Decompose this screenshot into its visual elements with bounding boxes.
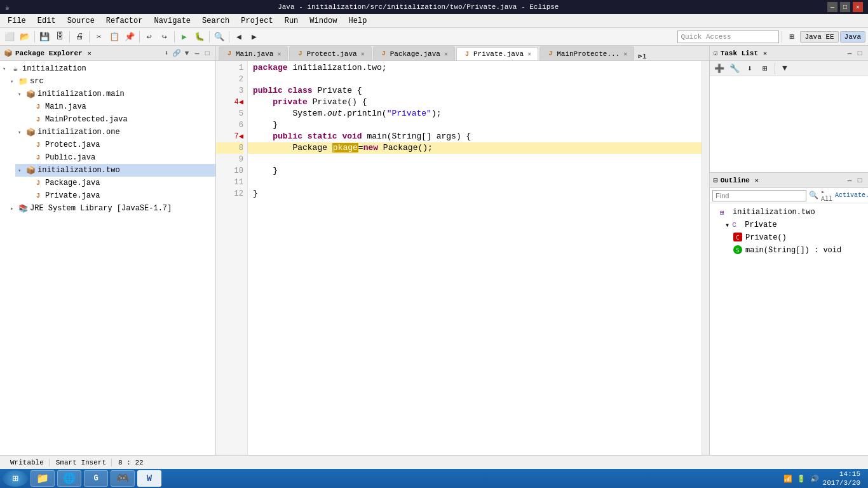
link-editor-icon[interactable]: 🔗 xyxy=(172,49,181,58)
tree-init-one[interactable]: ▾ 📦 initialization.one xyxy=(15,126,215,139)
menu-refactor[interactable]: Refactor xyxy=(101,15,148,27)
project-icon: ☕ xyxy=(10,64,20,74)
menu-search[interactable]: Search xyxy=(197,15,234,27)
outline-find-icon[interactable]: 🔍 xyxy=(809,191,818,200)
close-button[interactable]: ✕ xyxy=(853,2,863,12)
window-title: Java - initialization/src/initialization… xyxy=(10,3,827,11)
taskbar-explorer[interactable]: 📁 xyxy=(31,470,55,487)
tab-package-java[interactable]: J Package.java ✕ xyxy=(373,46,455,60)
tree-public-java[interactable]: J Public.java xyxy=(23,151,215,164)
outline-constructor-icon: C xyxy=(733,232,743,244)
separator-5 xyxy=(174,31,175,43)
task-list-close-icon[interactable]: ✕ xyxy=(763,50,767,57)
tree-jre-library[interactable]: ▸ 📚 JRE System Library [JavaSE-1.7] xyxy=(8,202,215,215)
tab-mainprotected-java[interactable]: J MainProtecte... ✕ xyxy=(539,46,634,60)
tab-close-icon[interactable]: ✕ xyxy=(527,50,531,58)
menu-file[interactable]: File xyxy=(3,15,31,27)
maximize-button[interactable]: □ xyxy=(840,2,850,12)
outline-icon: ⊟ xyxy=(714,176,718,184)
minimize-button[interactable]: — xyxy=(827,2,837,12)
view-menu-icon[interactable]: ▼ xyxy=(182,49,191,58)
tab-protect-java[interactable]: J Protect.java ✕ xyxy=(289,46,371,60)
outline-close-icon[interactable]: ✕ xyxy=(755,177,759,184)
taskbar-word[interactable]: W xyxy=(137,470,161,487)
outline-class[interactable]: ▾ C Private xyxy=(720,219,868,231)
java-ee-perspective[interactable]: Java EE xyxy=(800,31,838,43)
tree-package-java[interactable]: J Package.java xyxy=(23,177,215,189)
task-collapse-icon[interactable]: ▼ xyxy=(778,62,792,76)
taskbar-app-4[interactable]: 🎮 xyxy=(111,470,135,487)
tree-mainprotected-java[interactable]: J MainProtected.java xyxy=(23,113,215,126)
start-button[interactable]: ⊞ xyxy=(3,470,28,487)
task-filter-icon[interactable]: 🔧 xyxy=(728,62,742,76)
run-button[interactable]: ▶ xyxy=(177,30,191,44)
menu-run[interactable]: Run xyxy=(280,15,304,27)
task-sort-icon[interactable]: ⬇ xyxy=(743,62,757,76)
taskbar-app-3[interactable]: G xyxy=(84,470,108,487)
menu-window[interactable]: Window xyxy=(304,15,342,27)
tab-main-java[interactable]: J Main.java ✕ xyxy=(219,46,288,60)
maximize-tasklist-icon[interactable]: □ xyxy=(855,49,864,58)
save-all-button[interactable]: 🗄 xyxy=(53,30,67,44)
outline-filter-all[interactable]: ▸ All xyxy=(821,188,832,203)
tree-main-java[interactable]: J Main.java xyxy=(23,100,215,113)
menu-edit[interactable]: Edit xyxy=(32,15,61,27)
tree-init-two[interactable]: ▾ 📦 initialization.two xyxy=(15,164,215,177)
prev-button[interactable]: ◀ xyxy=(232,30,246,44)
separator-3 xyxy=(89,31,90,43)
new-button[interactable]: ⬜ xyxy=(3,30,17,44)
tab-close-icon[interactable]: ✕ xyxy=(277,50,281,58)
refactor-button[interactable]: ✂ xyxy=(92,30,106,44)
editor-area: J Main.java ✕ J Protect.java ✕ J Package… xyxy=(216,46,709,455)
undo-button[interactable]: ↩ xyxy=(142,30,156,44)
debug-button[interactable]: 🐛 xyxy=(193,30,207,44)
new-task-icon[interactable]: ➕ xyxy=(712,62,726,76)
close-panel-icon[interactable]: ✕ xyxy=(88,50,92,57)
editor-content[interactable]: 1 2 3 4◀ 5 6 7◀ 8 9 10 11 12 package ini… xyxy=(216,61,709,455)
print-button[interactable]: 🖨 xyxy=(72,30,86,44)
search-button[interactable]: 🔍 xyxy=(212,30,226,44)
outline-constructor[interactable]: C Private() xyxy=(728,231,868,244)
tab-close-icon[interactable]: ✕ xyxy=(444,50,448,58)
tree-src[interactable]: ▾ 📁 src xyxy=(8,75,215,88)
menu-project[interactable]: Project xyxy=(236,15,278,27)
tab-private-java[interactable]: J Private.java ✕ xyxy=(456,47,538,61)
perspective-icon: ⊞ xyxy=(785,30,799,44)
tab-overflow-icon[interactable]: ⊳1 xyxy=(638,52,646,60)
code-editor[interactable]: package initialization.two; public class… xyxy=(248,61,702,455)
menu-navigate[interactable]: Navigate xyxy=(149,15,196,27)
taskbar-browser[interactable]: 🌐 xyxy=(57,470,81,487)
task-list-controls: — □ xyxy=(845,49,864,58)
tab-close-icon[interactable]: ✕ xyxy=(623,50,627,58)
open-button[interactable]: 📂 xyxy=(18,30,32,44)
sep xyxy=(775,63,775,74)
tree-initialization[interactable]: ▾ ☕ initialization xyxy=(0,62,215,75)
collapse-all-icon[interactable]: ⬇ xyxy=(162,49,171,58)
maximize-panel-icon[interactable]: □ xyxy=(203,49,212,58)
menu-help[interactable]: Help xyxy=(344,15,372,27)
outline-class-label: Private xyxy=(745,220,776,229)
paste-button[interactable]: 📌 xyxy=(123,30,137,44)
editor-scrollbar[interactable] xyxy=(702,61,709,455)
outline-pkg[interactable]: ⊞ initialization.two xyxy=(715,206,868,219)
tree-protect-java[interactable]: J Protect.java xyxy=(23,139,215,151)
java-perspective[interactable]: Java xyxy=(840,31,865,43)
outline-method[interactable]: S main(String[]) : void xyxy=(728,244,868,257)
task-group-icon[interactable]: ⊞ xyxy=(758,62,772,76)
minimize-panel-icon[interactable]: — xyxy=(193,49,201,58)
outline-activate[interactable]: Activate... xyxy=(835,192,868,199)
minimize-outline-icon[interactable]: — xyxy=(845,176,854,185)
quick-access-input[interactable]: Quick Access xyxy=(677,30,779,43)
tree-init-main[interactable]: ▾ 📦 initialization.main xyxy=(15,88,215,100)
menu-source[interactable]: Source xyxy=(62,15,100,27)
tab-close-icon[interactable]: ✕ xyxy=(361,50,365,58)
java-file-icon: J xyxy=(33,178,43,188)
maximize-outline-icon[interactable]: □ xyxy=(855,176,864,185)
save-button[interactable]: 💾 xyxy=(37,30,51,44)
tree-private-java[interactable]: J Private.java xyxy=(23,189,215,202)
redo-button[interactable]: ↪ xyxy=(158,30,172,44)
outline-find-input[interactable] xyxy=(712,190,806,201)
minimize-tasklist-icon[interactable]: — xyxy=(845,49,854,58)
next-button[interactable]: ▶ xyxy=(247,30,261,44)
copy-button[interactable]: 📋 xyxy=(107,30,121,44)
